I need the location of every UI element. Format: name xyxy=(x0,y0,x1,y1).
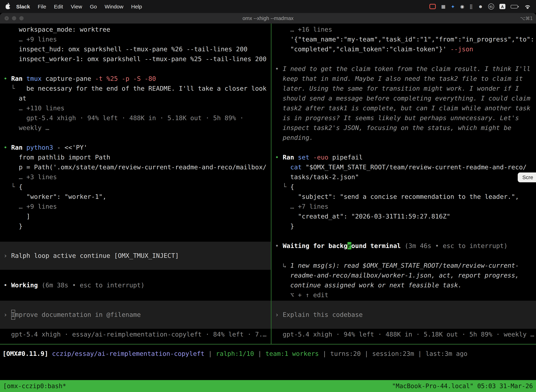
screen-recording-icon[interactable] xyxy=(430,4,436,9)
terminal-line: inspect_hud: omx sparkshell --tmux-pane … xyxy=(0,44,271,54)
terminal-text: • xyxy=(275,154,282,161)
menu-left: Slack File Edit View Go Window Help xyxy=(0,4,146,9)
terminal-text: readme-and-reco/mailbox/worker-1.json, a… xyxy=(275,271,519,279)
menu-item-window[interactable]: Window xyxy=(101,4,127,9)
menu-item-edit[interactable]: Edit xyxy=(50,4,67,9)
terminal-line xyxy=(0,231,271,241)
terminal-text: mprove documentation in @filename xyxy=(15,310,141,320)
menu-item-go[interactable]: Go xyxy=(86,4,101,9)
terminal-text: keep that in mind. Maybe I also need the… xyxy=(275,75,523,82)
terminal-text: - <<'PY' xyxy=(57,144,87,151)
terminal-text: › xyxy=(4,251,11,261)
terminal-text: at xyxy=(4,94,26,102)
terminal-line: • Ran tmux capture-pane -t %25 -p -S -80 xyxy=(0,74,271,84)
terminal-text: | xyxy=(254,350,266,357)
terminal-text: ] xyxy=(4,213,30,220)
terminal-text: … +9 lines xyxy=(4,203,57,210)
right-terminal-pane[interactable]: … +16 lines '{"team_name":"my-team","tas… xyxy=(272,23,536,344)
terminal-line: weekly … xyxy=(0,123,271,133)
input-source-icon[interactable]: A xyxy=(499,4,505,9)
terminal-text: • xyxy=(275,65,282,72)
terminal-line: } xyxy=(272,221,536,231)
grid-icon[interactable]: ▦ xyxy=(441,4,446,9)
terminal-line: "created_at": "2026-03-31T11:59:27.816Z" xyxy=(272,211,536,221)
terminal-text: python3 xyxy=(26,144,57,151)
terminal-line: is in progress? It seems likely but perh… xyxy=(272,113,536,123)
terminal-text: workspace_mode: worktree xyxy=(4,26,110,33)
tmux-status-bar: [omx-cczip0:bash* "MacBook-Pro-44.local"… xyxy=(0,380,536,392)
terminal-text: I xyxy=(11,310,15,320)
terminal-text: task2 after task1 is complete, but can I… xyxy=(275,104,530,112)
terminal-text: 1 new msg(s): read $OMX_TEAM_STATE_ROOT/… xyxy=(290,262,519,269)
terminal-text: team:1 workers xyxy=(266,350,319,357)
menu-item-view[interactable]: View xyxy=(67,4,86,9)
terminal-line: "worker": "worker-1", xyxy=(0,192,271,202)
prompt-band[interactable]: › Ralph loop active continue [OMX_TMUX_I… xyxy=(0,242,271,270)
terminal-line: … +9 lines xyxy=(0,202,271,211)
terminal-text: continue assigned work or next feasible … xyxy=(275,281,462,289)
terminal-text: "$OMX_TEAM_STATE_ROOT/team/review-curren… xyxy=(306,163,526,171)
terminal-text: • xyxy=(4,75,11,82)
battery-icon[interactable] xyxy=(511,5,519,8)
omx-status-pane[interactable]: [OMX#0.11.9] cczip/essay/ai-reimplementa… xyxy=(0,345,536,380)
terminal-line xyxy=(0,64,271,74)
terminal-line: workspace_mode: worktree xyxy=(0,25,271,34)
menu-item-file[interactable]: File xyxy=(34,4,50,9)
left-terminal-pane[interactable]: workspace_mode: worktree … +9 lines insp… xyxy=(0,23,271,344)
terminal-text: --json xyxy=(450,45,473,53)
terminal-text: • xyxy=(4,281,11,289)
terminal-line xyxy=(272,143,536,152)
apple-menu-icon[interactable] xyxy=(6,4,10,9)
terminal-line: p = Path('.omx/state/team/review-current… xyxy=(0,162,271,172)
terminal-text: … +9 lines xyxy=(4,36,57,43)
terminal-line xyxy=(0,133,271,143)
terminal-line: … +110 lines xyxy=(0,103,271,113)
omx-status-line: [OMX#0.11.9] cczip/essay/ai-reimplementa… xyxy=(0,349,536,359)
dots-grid-icon[interactable]: ⣿ xyxy=(469,4,473,9)
prompt-band[interactable]: › Improve documentation in @filename xyxy=(0,301,271,329)
terminal-line: later. Using the same for transition mig… xyxy=(272,84,536,93)
terminal-line: continue assigned work or next feasible … xyxy=(272,280,536,290)
terminal-text: '{"team_name":"my-team","task_id":"1","f… xyxy=(275,36,534,43)
terminal-text: … +7 lines xyxy=(275,203,328,210)
terminal-line xyxy=(0,290,271,300)
zoom-window-button[interactable] xyxy=(19,16,24,20)
terminal-text: cat xyxy=(275,163,306,171)
terminal-line: at xyxy=(0,93,271,103)
terminal-text: } xyxy=(4,222,23,230)
circle-app-icon[interactable]: ◉ xyxy=(460,4,464,9)
terminal-line: readme-and-reco/mailbox/worker-1.json, a… xyxy=(272,271,536,280)
terminal-text: └ xyxy=(4,183,19,190)
terminal-line: … +3 lines xyxy=(0,172,271,182)
menu-item-help[interactable]: Help xyxy=(127,4,146,9)
sparkle-icon[interactable]: ✦ xyxy=(451,4,455,9)
screenshot-popup[interactable]: Scre xyxy=(518,173,536,182)
terminal-line: inspect task2's JSON, focusing on the st… xyxy=(272,123,536,133)
terminal-text: capture-pane xyxy=(45,75,95,82)
terminal-text: tasks/task-2.json" xyxy=(275,173,359,181)
terminal-line: gpt-5.4 xhigh · 94% left · 488K in · 5.1… xyxy=(272,330,536,339)
menu-bar: Slack File Edit View Go Window Help ▦ ✦ … xyxy=(0,0,536,13)
terminal-text: "worker": "worker-1", xyxy=(4,193,106,200)
terminal-text: "created_at": "2026-03-31T11:59:27.816Z" xyxy=(275,213,450,220)
terminal-line xyxy=(272,54,536,64)
battery-percent-badge[interactable]: 61 xyxy=(488,4,494,9)
terminal-line: • Ran set -euo pipefail xyxy=(272,152,536,162)
terminal-text: gpt-5.4 xhigh · 94% left · 488K in · 5.1… xyxy=(275,331,534,338)
ghost-icon[interactable]: ☻ xyxy=(478,4,483,9)
terminal-line: └ { xyxy=(272,182,536,192)
terminal-line: • I need to get the claim token from the… xyxy=(272,64,536,74)
wifi-icon[interactable] xyxy=(524,4,531,9)
minimize-window-button[interactable] xyxy=(12,16,16,20)
terminal-line: ] xyxy=(0,211,271,221)
terminal-text: › xyxy=(275,310,282,320)
terminal-text: Ran xyxy=(282,154,298,161)
terminal-text: is in progress? It seems likely but perh… xyxy=(275,114,519,121)
terminal-text: Ran xyxy=(11,144,26,151)
menu-item-app[interactable]: Slack xyxy=(12,4,34,9)
terminal-line: ⌥ + ↑ edit xyxy=(272,290,536,300)
terminal-text: later. Using the same for transition mig… xyxy=(275,85,519,92)
prompt-band[interactable]: › Explain this codebase xyxy=(272,301,536,329)
terminal-text: r xyxy=(348,242,351,249)
close-window-button[interactable]: × xyxy=(5,16,9,20)
